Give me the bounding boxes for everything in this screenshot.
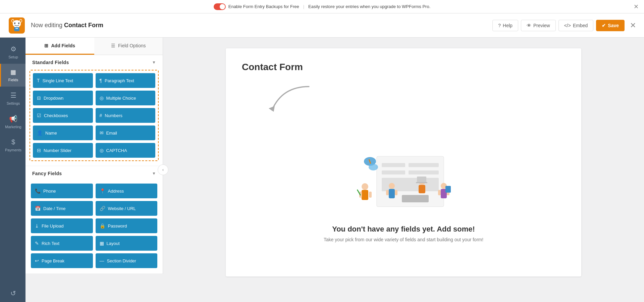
- field-single-line-text[interactable]: T Single Line Text: [33, 73, 93, 88]
- help-icon: ?: [498, 23, 501, 28]
- backup-toggle[interactable]: [214, 3, 226, 10]
- field-number-slider[interactable]: ⊟ Number Slider: [33, 143, 93, 158]
- email-icon: ✉: [100, 130, 104, 136]
- field-email[interactable]: ✉ Email: [96, 125, 156, 140]
- sidebar-item-payments[interactable]: $ Payments: [0, 134, 25, 157]
- embed-icon: </>: [564, 23, 571, 28]
- empty-state-illustration: [350, 143, 457, 217]
- editing-label: Now editing Contact Form: [31, 22, 103, 29]
- fancy-fields-title: Fancy Fields: [32, 171, 62, 176]
- app-logo: [8, 17, 25, 34]
- backup-description: Easily restore your entries when you upg…: [308, 4, 430, 9]
- field-date-time[interactable]: 📅 Date / Time: [31, 201, 93, 216]
- fancy-fields-chevron: ▼: [152, 171, 156, 176]
- svg-rect-14: [382, 163, 405, 167]
- field-paragraph-text[interactable]: ¶ Paragraph Text: [96, 73, 156, 88]
- close-button[interactable]: ✕: [630, 22, 636, 29]
- tab-strip: ⊞ Add Fields ☰ Field Options: [25, 38, 163, 55]
- standard-fields-chevron: ▼: [152, 60, 156, 65]
- checkboxes-icon: ☑: [37, 113, 41, 118]
- svg-rect-19: [402, 195, 429, 202]
- number-slider-icon: ⊟: [37, 148, 41, 153]
- tab-field-options[interactable]: ☰ Field Options: [94, 38, 163, 55]
- svg-rect-24: [362, 190, 368, 200]
- section-divider-icon: ―: [100, 258, 104, 263]
- field-phone[interactable]: 📞 Phone: [31, 184, 93, 198]
- sidebar-item-history[interactable]: ↺: [0, 285, 25, 302]
- field-dropdown[interactable]: ⊟ Dropdown: [33, 91, 93, 105]
- svg-rect-31: [395, 190, 397, 195]
- dropdown-icon: ⊟: [37, 95, 41, 101]
- panel-collapse-button[interactable]: ‹: [158, 164, 168, 175]
- main-content: Contact Form: [163, 38, 644, 302]
- main-layout: ⚙ Setup ▦ Fields ☰ Settings 📢 Marketing …: [0, 38, 644, 302]
- svg-point-8: [12, 19, 14, 22]
- save-button[interactable]: ✔ Save: [596, 20, 625, 31]
- svg-rect-11: [15, 28, 18, 29]
- fields-panel: Standard Fields ▼ T Single Line Text ¶ P…: [25, 55, 163, 274]
- svg-rect-16: [382, 170, 405, 174]
- date-time-icon: 📅: [35, 206, 41, 211]
- field-address[interactable]: 📍 Address: [96, 184, 158, 198]
- field-rich-text[interactable]: ✎ Rich Text: [31, 236, 93, 251]
- svg-rect-15: [409, 163, 439, 167]
- preview-button[interactable]: 👁 Preview: [521, 20, 556, 31]
- arrow-illustration: [262, 83, 316, 117]
- name-icon: 👤: [37, 130, 43, 136]
- svg-rect-35: [416, 182, 427, 183]
- field-name[interactable]: 👤 Name: [33, 125, 93, 140]
- svg-marker-12: [269, 106, 275, 112]
- tab-add-fields[interactable]: ⊞ Add Fields: [25, 38, 94, 55]
- left-panel: ⊞ Add Fields ☰ Field Options Standard Fi…: [25, 38, 163, 274]
- field-multiple-choice[interactable]: ◎ Multiple Choice: [96, 91, 156, 105]
- phone-icon: 📞: [35, 188, 41, 194]
- field-checkboxes[interactable]: ☑ Checkboxes: [33, 108, 93, 123]
- field-layout[interactable]: ▦ Layout: [96, 236, 158, 251]
- empty-state-title: You don't have any fields yet. Add some!: [332, 225, 475, 234]
- sidebar-item-marketing[interactable]: 📢 Marketing: [0, 110, 25, 134]
- sidebar-item-settings[interactable]: ☰ Settings: [0, 87, 25, 110]
- standard-fields-title: Standard Fields: [32, 60, 69, 65]
- fancy-fields-grid: 📞 Phone 📍 Address 📅 Date / Time 🔗: [25, 181, 163, 273]
- setup-icon: ⚙: [10, 45, 16, 53]
- payments-icon: $: [11, 138, 15, 146]
- sidebar-item-fields[interactable]: ▦ Fields: [0, 64, 25, 87]
- fancy-fields-header[interactable]: Fancy Fields ▼: [25, 166, 163, 181]
- field-captcha[interactable]: ◎ CAPTCHA: [96, 143, 156, 158]
- field-password[interactable]: 🔒 Password: [96, 218, 158, 233]
- file-upload-icon: ⤓: [35, 223, 39, 229]
- field-page-break[interactable]: ↩ Page Break: [31, 253, 93, 268]
- standard-fields-header[interactable]: Standard Fields ▼: [25, 55, 163, 70]
- svg-point-4: [14, 22, 14, 23]
- fields-icon: ▦: [10, 68, 16, 76]
- svg-rect-34: [417, 177, 426, 183]
- header-actions: ? Help 👁 Preview </> Embed ✔ Save ✕: [492, 20, 636, 31]
- svg-point-5: [18, 22, 18, 23]
- app-header: Now editing Contact Form ? Help 👁 Previe…: [0, 13, 644, 38]
- svg-point-21: [369, 164, 378, 170]
- field-file-upload[interactable]: ⤓ File Upload: [31, 218, 93, 233]
- numbers-icon: #: [100, 113, 102, 118]
- top-bar-close[interactable]: ✕: [634, 3, 639, 10]
- password-icon: 🔒: [100, 223, 105, 229]
- preview-icon: 👁: [527, 23, 531, 28]
- field-section-divider[interactable]: ― Section Divider: [96, 253, 158, 268]
- form-canvas: Contact Form: [226, 48, 581, 276]
- captcha-icon: ◎: [100, 148, 104, 153]
- help-button[interactable]: ? Help: [492, 20, 518, 31]
- field-website-url[interactable]: 🔗 Website / URL: [96, 201, 158, 216]
- field-numbers[interactable]: # Numbers: [96, 108, 156, 123]
- svg-rect-30: [386, 190, 389, 195]
- address-icon: 📍: [100, 188, 105, 194]
- form-name: Contact Form: [64, 22, 103, 29]
- sidebar-icons: ⚙ Setup ▦ Fields ☰ Settings 📢 Marketing …: [0, 38, 25, 302]
- embed-button[interactable]: </> Embed: [558, 20, 594, 31]
- svg-rect-33: [419, 185, 425, 193]
- form-title: Contact Form: [242, 62, 303, 72]
- svg-rect-29: [389, 189, 395, 198]
- left-panel-wrapper: ⊞ Add Fields ☰ Field Options Standard Fi…: [25, 38, 163, 302]
- sidebar-item-setup[interactable]: ⚙ Setup: [0, 40, 25, 64]
- add-fields-tab-icon: ⊞: [44, 43, 48, 48]
- multiple-choice-icon: ◎: [100, 95, 104, 101]
- svg-point-28: [389, 183, 395, 189]
